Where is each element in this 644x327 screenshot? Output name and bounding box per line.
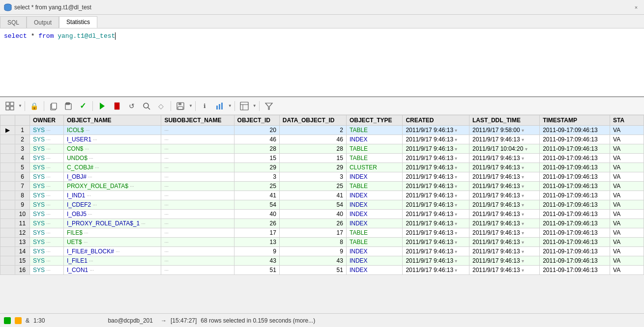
grid-dropdown-arrow[interactable]: ▼ [18, 104, 22, 108]
chart-btn[interactable] [213, 100, 227, 112]
cell-created: 2011/9/17 9:46:13 ▾ [403, 200, 469, 210]
cell-object-name: I_FILE#_BLOCK# ··· [63, 247, 161, 256]
refresh-btn[interactable]: ↺ [125, 100, 139, 112]
row-indicator [0, 247, 15, 256]
tab-output[interactable]: Output [27, 16, 59, 28]
row-indicator [0, 182, 15, 191]
col-subobject-header[interactable]: SUBOBJECT_NAME [161, 115, 234, 126]
cell-timestamp: 2011-09-17:09:46:13 [540, 135, 610, 144]
close-icon[interactable]: × [632, 3, 640, 11]
status-message: 68 rows selected in 0.159 seconds (more.… [201, 317, 315, 324]
svg-marker-10 [115, 103, 119, 109]
row-indicator: ▶ [0, 126, 15, 135]
col-object-type-header[interactable]: OBJECT_TYPE [346, 115, 402, 126]
cell-timestamp: 2011-09-17:09:46:13 [540, 163, 610, 172]
search-btn[interactable] [140, 100, 153, 112]
save-btn[interactable] [174, 100, 187, 112]
cell-owner: SYS ··· [30, 228, 64, 238]
cell-object-id: 43 [234, 256, 279, 266]
cell-object-type: TABLE [346, 182, 402, 191]
cell-sta: VA [610, 238, 644, 247]
cell-data-object-id: 3 [279, 172, 346, 182]
cell-subobject: ··· [161, 238, 234, 247]
cell-object-type: TABLE [346, 154, 402, 163]
cell-timestamp: 2011-09-17:09:46:13 [540, 154, 610, 163]
bookmark-btn[interactable]: ◇ [154, 100, 168, 112]
lock-btn[interactable]: 🔒 [28, 100, 41, 112]
svg-rect-16 [216, 106, 218, 109]
run-btn[interactable] [95, 100, 109, 112]
table-btn[interactable] [237, 100, 251, 112]
row-indicator [0, 210, 15, 219]
status-green-indicator [4, 317, 11, 324]
cell-owner: SYS ··· [30, 126, 64, 135]
cell-object-id: 17 [234, 228, 279, 238]
svg-rect-1 [6, 102, 9, 106]
cell-created: 2011/9/17 9:46:13 ▾ [403, 182, 469, 191]
col-sta-header[interactable]: STA [610, 115, 644, 126]
col-created-header[interactable]: CREATED [403, 115, 469, 126]
cell-object-name: I_OBJ# ··· [63, 172, 161, 182]
cell-sta: VA [610, 163, 644, 172]
paste-btn[interactable] [61, 100, 75, 112]
svg-marker-22 [265, 103, 272, 109]
grid-toggle-btn[interactable] [3, 100, 17, 112]
row-number: 6 [15, 172, 30, 182]
col-timestamp-header[interactable]: TIMESTAMP [540, 115, 610, 126]
filter-btn[interactable] [262, 100, 276, 112]
cell-created: 2011/9/17 9:46:13 ▾ [403, 219, 469, 228]
cell-sta: VA [610, 191, 644, 200]
cell-sta: VA [610, 182, 644, 191]
cell-object-type: INDEX [346, 135, 402, 144]
cell-last-ddl: 2011/9/17 9:46:13 ▾ [469, 210, 539, 219]
cell-sta: VA [610, 219, 644, 228]
col-indicator-header [0, 115, 15, 126]
col-owner-header[interactable]: OWNER [30, 115, 64, 126]
cell-object-name: UET$ ··· [63, 238, 161, 247]
col-data-object-id-header[interactable]: DATA_OBJECT_ID [279, 115, 346, 126]
col-object-id-header[interactable]: OBJECT_ID [234, 115, 279, 126]
row-indicator [0, 228, 15, 238]
cell-last-ddl: 2011/9/17 9:46:13 ▾ [469, 256, 539, 266]
cell-created: 2011/9/17 9:46:13 ▾ [403, 247, 469, 256]
col-object-name-header[interactable]: OBJECT_NAME [63, 115, 161, 126]
cell-timestamp: 2011-09-17:09:46:13 [540, 182, 610, 191]
cell-timestamp: 2011-09-17:09:46:13 [540, 126, 610, 135]
stop-btn[interactable] [110, 100, 124, 112]
tab-statistics[interactable]: Statistics [59, 16, 97, 28]
cell-object-type: CLUSTER [346, 163, 402, 172]
cell-owner: SYS ··· [30, 182, 64, 191]
svg-rect-3 [6, 107, 9, 110]
cell-object-id: 3 [234, 172, 279, 182]
cell-object-id: 26 [234, 219, 279, 228]
status-connection: bao@dcpdb_201 [108, 317, 153, 324]
chart-dropdown-arrow[interactable]: ▼ [228, 104, 232, 108]
cell-object-type: INDEX [346, 266, 402, 275]
data-grid-container[interactable]: OWNER OBJECT_NAME SUBOBJECT_NAME OBJECT_… [0, 115, 644, 313]
cell-created: 2011/9/17 9:46:13 ▾ [403, 172, 469, 182]
cell-timestamp: 2011-09-17:09:46:13 [540, 266, 610, 275]
cell-subobject: ··· [161, 247, 234, 256]
cell-created: 2011/9/17 9:46:13 ▾ [403, 256, 469, 266]
cell-sta: VA [610, 154, 644, 163]
tab-sql[interactable]: SQL [0, 16, 27, 28]
cell-sta: VA [610, 228, 644, 238]
svg-rect-18 [221, 103, 223, 109]
check-btn[interactable]: ✓ [76, 100, 90, 112]
copy-rows-btn[interactable] [47, 100, 60, 112]
cell-object-type: INDEX [346, 191, 402, 200]
cell-owner: SYS ··· [30, 135, 64, 144]
sep4 [171, 101, 171, 111]
col-last-ddl-header[interactable]: LAST_DDL_TIME [469, 115, 539, 126]
sep1 [25, 101, 25, 111]
table-dropdown-arrow[interactable]: ▼ [253, 104, 257, 108]
title-text: select * from yang.t1@dl_test [14, 4, 632, 11]
save-dropdown-arrow[interactable]: ▼ [189, 104, 193, 108]
cell-owner: SYS ··· [30, 191, 64, 200]
svg-rect-19 [240, 102, 248, 110]
sql-editor[interactable]: select * from yang.t1@dl_test​ [0, 28, 644, 97]
sep2 [44, 101, 44, 111]
cell-data-object-id: 2 [279, 126, 346, 135]
cell-data-object-id: 29 [279, 163, 346, 172]
info-btn[interactable]: ℹ [198, 100, 212, 112]
